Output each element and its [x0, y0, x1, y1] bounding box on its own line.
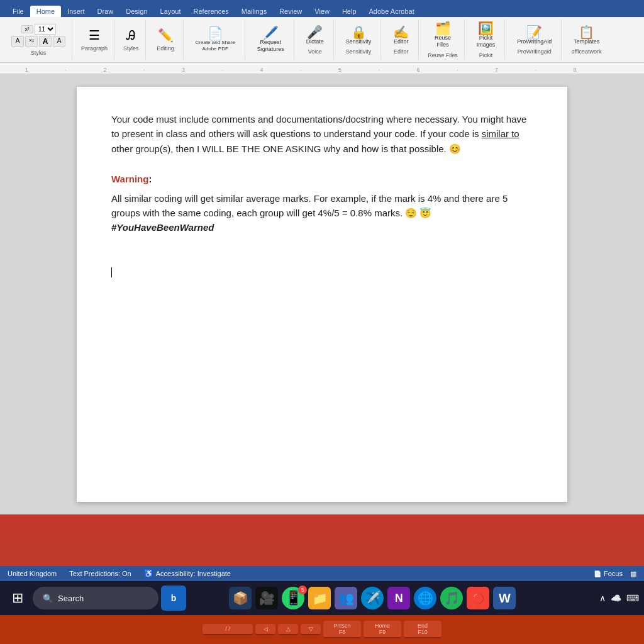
editor-group-label: Editor	[394, 48, 409, 55]
taskbar: ⊞ 🔍 Search b 📦 🎥 📱 5 📁 👥 ✈️ N 🌐 🎵 🔴 W ∧ …	[0, 581, 644, 615]
prowritingaid-icon: 📝	[526, 26, 542, 38]
reuse-files-group: 🗂️ ReuseFiles Reuse Files	[421, 19, 465, 60]
paragraph-btn[interactable]: ☰	[86, 28, 103, 43]
document-page: Your code must include comments and docu…	[77, 87, 567, 502]
styles-icon: Ꭿ	[126, 29, 135, 42]
officeatwork-label: officeatwork	[572, 48, 602, 55]
pickit-images-label: PickitImages	[477, 35, 496, 48]
adobe-group: 📄 Create and ShareAdobe PDF	[186, 19, 245, 60]
editing-btn[interactable]: ✏️	[155, 28, 177, 43]
reuse-files-label: ReuseFiles	[435, 35, 451, 48]
taskbar-system-tray: ∧ ☁️ ⌨	[599, 593, 639, 603]
taskbar-app-explorer[interactable]: 📦	[229, 587, 252, 609]
tab-home[interactable]: Home	[30, 6, 61, 17]
styles-btn[interactable]: Ꭿ	[123, 28, 138, 43]
bing-button[interactable]: b	[161, 586, 186, 611]
reuse-group-label: Reuse Files	[428, 52, 458, 58]
cloud-icon[interactable]: ☁️	[611, 593, 621, 603]
accessibility-status[interactable]: ♿ Accessibility: Investigate	[144, 569, 231, 578]
taskbar-apps: 📦 🎥 📱 5 📁 👥 ✈️ N 🌐 🎵 🔴 W	[229, 587, 516, 609]
pdf-icon: 📄	[208, 27, 223, 40]
tab-insert[interactable]: Insert	[61, 6, 91, 17]
warning-label: Warning	[111, 174, 148, 184]
text-cursor	[111, 267, 112, 277]
view-status[interactable]: ▦	[630, 570, 636, 578]
voice-label: Voice	[308, 48, 322, 55]
signature-icon: 🖊️	[263, 26, 279, 39]
key-arrow-down[interactable]: ▽	[301, 624, 321, 635]
font-small-btn[interactable]: A	[53, 36, 65, 47]
tab-layout[interactable]: Layout	[154, 6, 187, 17]
ruler-numbers: 1 · 2 · 3 · 4 · 5 · 6 · 7 · 8 · 9 · 10 ·…	[19, 67, 612, 74]
windows-start-button[interactable]: ⊞	[5, 586, 30, 611]
search-label: Search	[58, 594, 84, 603]
taskbar-app-onenote[interactable]: N	[387, 587, 410, 609]
taskbar-app-camera[interactable]: 🎥	[255, 587, 278, 609]
taskbar-app-files[interactable]: 📁	[308, 587, 331, 609]
key-slash[interactable]: / /	[203, 624, 253, 635]
pickit-icon: 🖼️	[478, 22, 494, 35]
tab-review[interactable]: Review	[273, 6, 308, 17]
key-arrow-left[interactable]: ◁	[255, 624, 275, 635]
dictate-btn[interactable]: 🎤 Dictate	[303, 25, 327, 47]
warning-heading: Warning:	[111, 174, 533, 185]
sensitivity-group: 🔒 Sensitivity Sensitivity	[336, 19, 382, 60]
superscript-btn[interactable]: x²	[21, 25, 33, 33]
font-size-select[interactable]: 11	[35, 24, 56, 35]
taskbar-app-acrobat[interactable]: 🔴	[467, 587, 489, 609]
templates-btn[interactable]: 📋 Templates	[570, 25, 602, 47]
hashtag-warning: #YouHaveBeenWarned	[111, 222, 214, 233]
similar-to-underline: similar to	[482, 128, 519, 139]
templates-label: Templates	[574, 38, 599, 45]
tab-draw[interactable]: Draw	[91, 6, 120, 17]
sensitivity-icon: 🔒	[351, 26, 367, 38]
keyboard-icon[interactable]: ⌨	[626, 593, 639, 603]
status-right: 📄 Focus ▦	[594, 570, 636, 578]
tab-references[interactable]: References	[187, 6, 235, 17]
chevron-up-icon[interactable]: ∧	[599, 593, 606, 603]
tab-adobe-acrobat[interactable]: Adobe Acrobat	[363, 6, 421, 17]
create-share-btn[interactable]: 📄 Create and ShareAdobe PDF	[192, 26, 238, 53]
request-signatures-btn[interactable]: 🖊️ RequestSignatures	[254, 25, 287, 54]
styles-label-bottom: Styles	[31, 50, 47, 56]
editing-icon: ✏️	[158, 29, 174, 42]
templates-group: 📋 Templates officeatwork	[564, 19, 609, 60]
tab-mailings[interactable]: Mailings	[235, 6, 273, 17]
taskbar-app-spotify[interactable]: 🎵	[440, 587, 463, 609]
prowritingaid-btn[interactable]: 📝 ProWritingAid	[514, 25, 555, 47]
editing-label: Editing	[157, 45, 174, 52]
taskbar-app-word[interactable]: W	[493, 587, 516, 609]
taskbar-search-box[interactable]: 🔍 Search	[33, 587, 158, 609]
taskbar-app-edge[interactable]: 🌐	[414, 587, 436, 609]
key-home-f9[interactable]: HomeF9	[364, 621, 401, 638]
sensitivity-group-label: Sensitivity	[346, 48, 372, 55]
reuse-files-btn[interactable]: 🗂️ ReuseFiles	[431, 21, 454, 50]
key-prtscn-f8[interactable]: PrtScnF8	[323, 621, 361, 638]
pickit-images-btn[interactable]: 🖼️ PickitImages	[474, 21, 499, 50]
key-arrow-up[interactable]: △	[278, 624, 298, 635]
status-bar: United Kingdom Text Predictions: On ♿ Ac…	[0, 566, 644, 581]
request-sig-label: RequestSignatures	[257, 39, 284, 53]
taskbar-app-telegram[interactable]: ✈️	[361, 587, 384, 609]
text-predictions-status: Text Predictions: On	[69, 570, 131, 577]
taskbar-app-teams[interactable]: 👥	[335, 587, 357, 609]
tab-file[interactable]: File	[6, 6, 30, 17]
cursor-area	[111, 267, 533, 278]
request-sig-group: 🖊️ RequestSignatures	[248, 19, 294, 60]
font-large-btn[interactable]: A	[39, 36, 52, 47]
font-size-down-btn[interactable]: A	[11, 36, 24, 47]
sensitivity-btn[interactable]: 🔒 Sensitivity	[343, 25, 375, 47]
document-area: Your code must include comments and docu…	[0, 74, 644, 514]
editor-icon: ✍️	[393, 26, 409, 38]
font-size-sub-btn[interactable]: x₂	[25, 36, 38, 47]
tab-view[interactable]: View	[308, 6, 336, 17]
editor-btn[interactable]: ✍️ Editor	[390, 25, 412, 47]
pickit-group-label: Pickit	[479, 52, 493, 58]
prowritingaid-group: 📝 ProWritingAid ProWritingaid	[508, 19, 562, 60]
font-group: x² 11 A x₂ A A Styles	[5, 19, 72, 60]
focus-status[interactable]: 📄 Focus	[594, 570, 623, 577]
tab-design[interactable]: Design	[119, 6, 153, 17]
taskbar-app-whatsapp[interactable]: 📱 5	[282, 587, 304, 609]
key-end-f10[interactable]: EndF10	[404, 621, 441, 638]
tab-help[interactable]: Help	[336, 6, 363, 17]
